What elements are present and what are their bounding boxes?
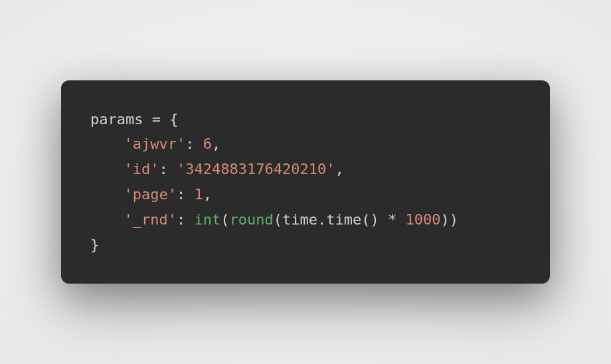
code-token: } [90, 236, 99, 253]
code-token: * [388, 211, 396, 228]
code-token: '3424883176420210' [177, 161, 335, 177]
code-token: 6 [203, 136, 212, 152]
code-token: 1 [195, 186, 203, 203]
code-token: : [159, 161, 177, 177]
code-token: , [212, 136, 220, 152]
code-token: : [185, 136, 203, 152]
code-token: (time.time() [274, 211, 388, 228]
code-token: 'page' [124, 186, 177, 203]
code-content: params = {'ajwvr': 6,'id': '342488317642… [90, 107, 521, 258]
code-token: int [195, 211, 221, 228]
code-line: 'page': 1, [90, 182, 521, 207]
code-token: )) [440, 211, 458, 228]
code-token: : [177, 211, 195, 228]
code-block: params = {'ajwvr': 6,'id': '342488317642… [61, 80, 550, 284]
code-token: 'ajwvr' [124, 136, 186, 152]
code-token: params [90, 111, 152, 128]
code-line: 'id': '3424883176420210', [90, 157, 521, 182]
code-token: '_rnd' [124, 211, 177, 228]
code-token: 1000 [406, 211, 441, 228]
code-token: round [230, 211, 274, 228]
code-token [396, 211, 405, 228]
code-token: , [203, 186, 212, 203]
code-line: '_rnd': int(round(time.time() * 1000)) [90, 207, 521, 232]
code-token: , [335, 161, 344, 177]
code-line: 'ajwvr': 6, [90, 132, 521, 157]
code-token: { [161, 111, 179, 128]
code-token: = [152, 111, 161, 128]
code-line: params = { [90, 107, 521, 132]
code-line: } [90, 232, 521, 258]
code-token: : [177, 186, 195, 203]
code-token: ( [220, 211, 229, 228]
code-token: 'id' [124, 161, 159, 177]
